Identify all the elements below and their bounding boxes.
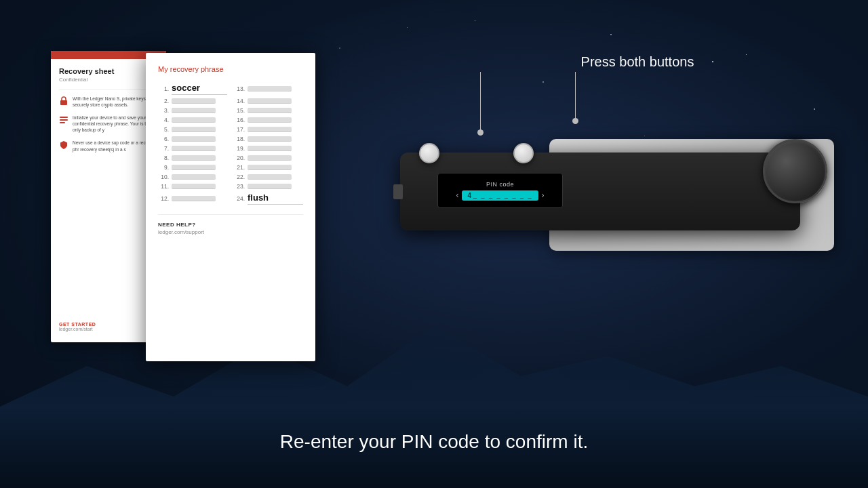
word-row: 23.: [234, 183, 303, 190]
word-number: 23.: [234, 183, 245, 190]
word-row: 1.soccer: [158, 83, 227, 95]
word-number: 7.: [158, 145, 169, 152]
pin-display: 4 _ _ _ _ _ _ _ _: [462, 190, 538, 201]
word-number: 11.: [158, 183, 169, 190]
word-placeholder: [248, 136, 292, 142]
word-number: 17.: [234, 126, 245, 133]
word-placeholder: [248, 117, 292, 123]
word-row: 12.: [158, 192, 227, 205]
word-value: flush: [248, 192, 303, 205]
word-row: 4.: [158, 117, 227, 123]
usb-connector: [393, 184, 403, 199]
word-number: 5.: [158, 126, 169, 133]
left-button[interactable]: [419, 143, 439, 163]
word-number: 21.: [234, 164, 245, 171]
word-placeholder: [248, 165, 292, 170]
word-placeholder: [172, 146, 216, 151]
screen-input-row: ‹ 4 _ _ _ _ _ _ _ _ ›: [456, 190, 544, 201]
svg-rect-1: [60, 117, 68, 118]
word-placeholder: [248, 184, 292, 189]
word-placeholder: [172, 117, 216, 123]
chevron-right-icon: ›: [542, 190, 545, 200]
word-row: 9.: [158, 164, 227, 171]
need-help-label: NEED HELP?: [158, 222, 303, 228]
word-placeholder: [172, 98, 216, 104]
word-row: 15.: [234, 107, 303, 114]
word-placeholder: [248, 174, 292, 180]
word-row: 2.: [158, 98, 227, 104]
word-row: 7.: [158, 145, 227, 152]
word-number: 24.: [234, 195, 245, 202]
left-arrow-line: [480, 72, 481, 133]
recovery-sheet-subtitle: Confidential: [59, 77, 158, 83]
word-row: 21.: [234, 164, 303, 171]
svg-rect-0: [60, 100, 67, 105]
word-number: 18.: [234, 136, 245, 142]
word-row: 14.: [234, 98, 303, 104]
words-grid: 1.soccer13.2.14.3.15.4.16.5.17.6.18.7.19…: [158, 83, 303, 205]
word-placeholder: [248, 146, 292, 151]
word-row: 24.flush: [234, 192, 303, 205]
subtitle-area: Re-enter your PIN code to confirm it.: [0, 431, 868, 453]
word-number: 22.: [234, 174, 245, 180]
word-row: 3.: [158, 107, 227, 114]
word-row: 5.: [158, 126, 227, 133]
word-number: 1.: [158, 85, 169, 92]
word-number: 13.: [234, 85, 245, 92]
recovery-sheet-title: Recovery sheet: [59, 67, 158, 75]
word-placeholder: [172, 136, 216, 142]
word-row: 20.: [234, 155, 303, 161]
word-placeholder: [172, 155, 216, 161]
pin-digit: 4: [467, 192, 471, 199]
word-row: 17.: [234, 126, 303, 133]
device-screen: PIN code ‹ 4 _ _ _ _ _ _ _ _ ›: [437, 173, 563, 208]
get-started-label: GET STARTED: [59, 322, 96, 327]
device-wheel[interactable]: [763, 139, 827, 203]
ledger-device: ledger PIN code ‹ 4 _ _ _ _ _ _: [400, 129, 834, 278]
word-number: 9.: [158, 164, 169, 171]
svg-rect-2: [60, 119, 68, 121]
word-row: 19.: [234, 145, 303, 152]
word-placeholder: [248, 108, 292, 113]
word-placeholder: [248, 127, 292, 132]
word-number: 19.: [234, 145, 245, 152]
svg-rect-3: [60, 122, 65, 123]
word-placeholder: [172, 174, 216, 180]
word-number: 2.: [158, 98, 169, 104]
right-button[interactable]: [513, 143, 534, 163]
right-arrow-line: [575, 72, 576, 121]
word-number: 3.: [158, 107, 169, 114]
device-body: PIN code ‹ 4 _ _ _ _ _ _ _ _ ›: [400, 152, 800, 230]
word-placeholder: [172, 165, 216, 170]
word-number: 14.: [234, 98, 245, 104]
word-row: 22.: [234, 174, 303, 180]
word-value: soccer: [172, 83, 227, 95]
subtitle-text: Re-enter your PIN code to confirm it.: [280, 431, 588, 452]
device-area: Press both buttons ledger: [400, 54, 841, 339]
word-row: 6.: [158, 136, 227, 142]
screen-pin-label: PIN code: [486, 181, 514, 188]
press-buttons-label: Press both buttons: [434, 54, 841, 70]
word-number: 10.: [158, 174, 169, 180]
word-number: 20.: [234, 155, 245, 161]
word-placeholder: [248, 98, 292, 104]
word-number: 6.: [158, 136, 169, 142]
word-number: 15.: [234, 107, 245, 114]
help-url: ledger.com/support: [158, 229, 303, 235]
word-row: 8.: [158, 155, 227, 161]
word-number: 12.: [158, 195, 169, 202]
word-placeholder: [248, 155, 292, 161]
chevron-left-icon: ‹: [456, 190, 458, 200]
recovery-card-title: My recovery phrase: [158, 65, 303, 73]
word-placeholder: [172, 184, 216, 189]
word-placeholder: [172, 108, 216, 113]
shield-icon: [59, 140, 68, 150]
word-number: 8.: [158, 155, 169, 161]
lock-icon: [59, 96, 68, 106]
pin-dashes: _ _ _ _ _ _ _ _: [473, 192, 533, 199]
word-row: 11.: [158, 183, 227, 190]
word-placeholder: [248, 86, 292, 92]
recovery-card-footer: NEED HELP? ledger.com/support: [158, 214, 303, 235]
recovery-phrase-card: My recovery phrase 1.soccer13.2.14.3.15.…: [146, 53, 315, 361]
word-number: 16.: [234, 117, 245, 123]
